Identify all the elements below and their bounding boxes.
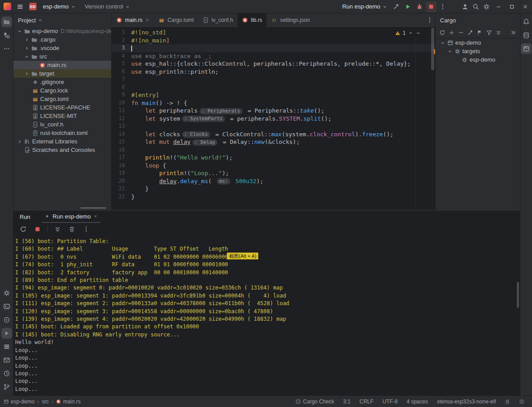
prev-problem-icon[interactable] bbox=[408, 30, 413, 36]
line-number[interactable]: 5 bbox=[112, 60, 131, 68]
terminal-tool-icon[interactable] bbox=[1, 301, 12, 312]
tab-cargo-toml[interactable]: Cargo.toml bbox=[154, 13, 198, 27]
code-line[interactable]: 21 } bbox=[112, 185, 435, 193]
cargo-check-widget[interactable]: Cargo Check bbox=[291, 396, 338, 407]
line-number[interactable]: 7 bbox=[112, 76, 131, 84]
code-line[interactable]: 17 println!("Hello world!"); bbox=[112, 154, 435, 162]
line-number[interactable]: 17 bbox=[112, 154, 131, 162]
refresh-icon[interactable] bbox=[439, 29, 445, 36]
search-everywhere-icon[interactable] bbox=[470, 1, 481, 12]
code-line[interactable]: 2#![no_main] bbox=[112, 37, 435, 45]
run-console[interactable]: I (56) boot: Partition Table: I (60) boo… bbox=[13, 235, 520, 395]
tree-row-license-mit[interactable]: LICENSE-MIT bbox=[13, 112, 111, 120]
line-number[interactable]: 1 bbox=[112, 29, 131, 37]
project-tool-icon[interactable] bbox=[1, 17, 12, 27]
tree-row-target-dir[interactable]: target bbox=[13, 69, 111, 78]
line-number[interactable]: 15 bbox=[112, 138, 131, 146]
code-line[interactable]: 16 bbox=[112, 146, 435, 154]
caret-position-widget[interactable]: 3:1 bbox=[339, 396, 355, 407]
line-number[interactable]: 4 bbox=[112, 52, 131, 60]
breadcrumb-file[interactable]: main.rs bbox=[56, 399, 80, 405]
toolchain-target-widget[interactable]: xtensa-esp32s3-none-elf bbox=[433, 396, 500, 407]
code-line[interactable]: 14 let clocks: Clocks = ClockControl::ma… bbox=[112, 130, 435, 138]
code-line[interactable]: 19 println!("Loop..."); bbox=[112, 169, 435, 177]
stop-icon[interactable] bbox=[426, 1, 436, 12]
chevron-right-icon[interactable] bbox=[16, 139, 23, 144]
git-tool-icon[interactable] bbox=[1, 382, 12, 392]
line-number[interactable]: 6 bbox=[112, 68, 131, 76]
tree-row-cargo-dir[interactable]: .cargo bbox=[13, 35, 111, 44]
build-icon[interactable] bbox=[391, 1, 402, 12]
console-scrollbar[interactable] bbox=[517, 282, 519, 308]
tree-row-license-apache[interactable]: LICENSE-APACHE bbox=[13, 103, 111, 112]
inspection-widget[interactable]: 1 bbox=[393, 29, 423, 37]
close-tab-icon[interactable] bbox=[145, 18, 150, 22]
code-line[interactable]: 10fn main() -> ! { bbox=[112, 99, 435, 107]
scroll-to-end-icon[interactable] bbox=[52, 224, 63, 235]
error-stripe-mark[interactable] bbox=[434, 49, 435, 54]
line-number[interactable]: 16 bbox=[112, 146, 131, 154]
history-tool-icon[interactable] bbox=[1, 368, 12, 379]
stop-process-icon[interactable] bbox=[32, 224, 43, 235]
line-number[interactable]: 8 bbox=[112, 84, 131, 92]
tab-main-rs[interactable]: main.rs bbox=[112, 13, 154, 27]
tree-row-rust-toolchain[interactable]: rust-toolchain.toml bbox=[13, 129, 111, 137]
tree-row-cargo-toml[interactable]: Cargo.toml bbox=[13, 95, 111, 103]
project-widget[interactable]: esp-demo bbox=[40, 2, 79, 11]
expand-all-icon[interactable] bbox=[495, 29, 502, 36]
line-number[interactable]: 11 bbox=[112, 107, 131, 115]
debug-icon[interactable] bbox=[414, 1, 425, 12]
chevron-down-icon[interactable] bbox=[446, 49, 453, 54]
code-line[interactable]: 6use esp_println::println; bbox=[112, 68, 435, 76]
code-line[interactable]: 18 loop { bbox=[112, 162, 435, 170]
line-number[interactable]: 9 bbox=[112, 91, 131, 99]
tab-lib-rs[interactable]: lib.rs bbox=[237, 13, 266, 27]
project-panel-header[interactable]: Project bbox=[13, 13, 111, 27]
tree-row-lv-conf-h[interactable]: lv_conf.h bbox=[13, 120, 111, 129]
readonly-lock-icon[interactable] bbox=[501, 396, 514, 407]
minimize-button[interactable] bbox=[492, 0, 505, 13]
close-tab-icon[interactable] bbox=[93, 214, 98, 218]
line-number[interactable]: 21 bbox=[112, 185, 131, 193]
tree-row-scratches[interactable]: Scratches and Consoles bbox=[13, 146, 111, 154]
chevron-down-icon[interactable] bbox=[16, 29, 23, 34]
cargo-tool-icon[interactable] bbox=[521, 43, 532, 54]
vcs-widget[interactable]: Version control bbox=[82, 2, 133, 11]
code-line[interactable]: 9#[entry] bbox=[112, 91, 435, 99]
tab-lv-conf-h[interactable]: lv_conf.h bbox=[198, 13, 237, 27]
chevron-right-icon[interactable] bbox=[23, 71, 30, 76]
code-line[interactable]: 22} bbox=[112, 193, 435, 201]
tree-row-root[interactable]: esp-demo D:\Workspace\esp-dem bbox=[13, 27, 111, 35]
tab-options-icon[interactable] bbox=[424, 15, 435, 25]
code-line[interactable]: 4use esp_backtrace as _; bbox=[112, 52, 435, 60]
chevron-down-icon[interactable] bbox=[23, 54, 30, 59]
chevron-down-icon[interactable] bbox=[439, 40, 446, 46]
console-options-icon[interactable] bbox=[81, 224, 91, 235]
settings-sync-icon[interactable] bbox=[1, 288, 12, 298]
code-line[interactable]: 11 let peripherals: Peripherals = Periph… bbox=[112, 107, 435, 115]
run-icon[interactable] bbox=[403, 1, 413, 12]
tree-row-external-libraries[interactable]: External Libraries bbox=[13, 137, 111, 146]
tree-row-gitignore[interactable]: .gitignore bbox=[13, 78, 111, 86]
attach-project-icon[interactable] bbox=[449, 29, 455, 36]
chevron-right-icon[interactable] bbox=[23, 46, 30, 51]
line-number[interactable]: 14 bbox=[112, 130, 131, 138]
close-button[interactable] bbox=[519, 0, 532, 13]
encoding-widget[interactable]: UTF-8 bbox=[378, 396, 402, 407]
tree-row-main-rs[interactable]: main.rs bbox=[13, 61, 111, 69]
more-actions-icon[interactable] bbox=[437, 1, 448, 12]
line-number[interactable]: 19 bbox=[112, 169, 131, 177]
code-line[interactable]: 1#![no_std] bbox=[112, 29, 435, 37]
cargo-tree-targets[interactable]: targets bbox=[436, 47, 520, 55]
commit-tool-icon[interactable] bbox=[1, 355, 12, 365]
more-tool-windows-icon[interactable] bbox=[1, 43, 12, 54]
line-number[interactable]: 12 bbox=[112, 115, 131, 123]
chevron-right-icon[interactable] bbox=[23, 37, 30, 42]
line-number[interactable]: 13 bbox=[112, 122, 131, 130]
problems-tool-icon[interactable] bbox=[1, 315, 12, 325]
todo-tool-icon[interactable] bbox=[1, 341, 12, 352]
code-with-me-icon[interactable] bbox=[460, 1, 470, 12]
cargo-tree-root[interactable]: esp-demo bbox=[436, 38, 520, 47]
rerun-icon[interactable] bbox=[18, 224, 29, 235]
structure-tool-icon[interactable] bbox=[1, 30, 12, 41]
